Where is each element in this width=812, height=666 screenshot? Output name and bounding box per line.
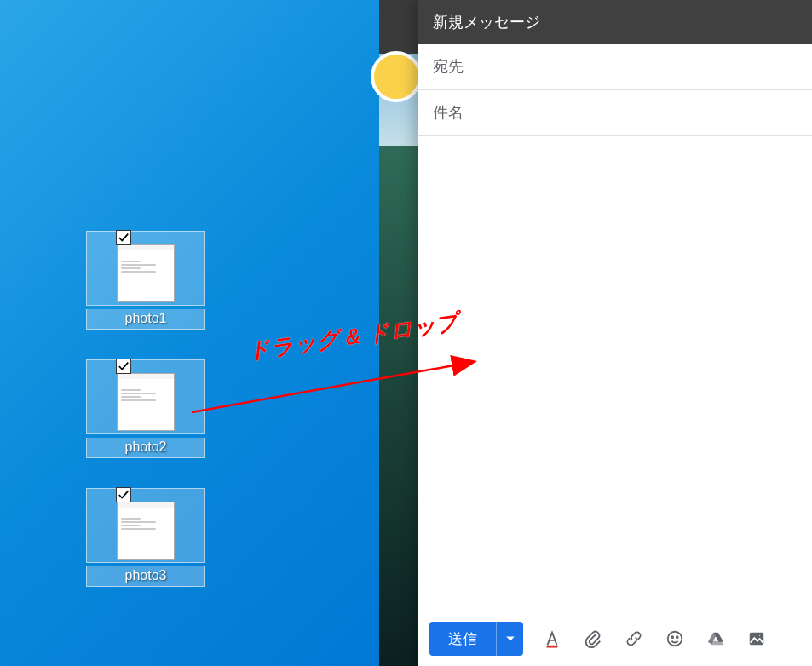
send-button[interactable]: 送信 <box>429 622 523 656</box>
insert-image-icon[interactable] <box>745 627 769 651</box>
insert-emoji-icon[interactable] <box>663 627 687 651</box>
file-thumbnail <box>86 231 205 306</box>
svg-point-2 <box>677 636 678 638</box>
insert-drive-icon[interactable] <box>704 627 728 651</box>
compose-toolbar: 送信 <box>418 611 812 666</box>
send-options-dropdown[interactable] <box>496 622 523 656</box>
file-label: photo2 <box>86 438 205 458</box>
selection-check-icon <box>116 230 131 245</box>
file-label: photo3 <box>86 566 205 587</box>
format-text-icon[interactable] <box>540 627 564 651</box>
send-button-label: 送信 <box>429 629 496 649</box>
message-body[interactable] <box>418 136 812 611</box>
recipients-row[interactable] <box>418 44 812 90</box>
file-thumbnail <box>86 488 205 563</box>
attach-file-icon[interactable] <box>581 627 605 651</box>
to-field[interactable] <box>433 58 797 76</box>
insert-link-icon[interactable] <box>622 627 646 651</box>
selection-check-icon <box>116 487 131 502</box>
compose-title[interactable]: 新規メッセージ <box>418 0 812 44</box>
avatar <box>371 51 422 102</box>
file-photo2[interactable]: photo2 <box>86 359 205 458</box>
file-photo3[interactable]: photo3 <box>86 488 205 587</box>
subject-row[interactable] <box>418 90 812 136</box>
subject-field[interactable] <box>433 104 797 122</box>
svg-rect-3 <box>750 633 764 646</box>
file-thumbnail <box>86 359 205 434</box>
selection-check-icon <box>116 359 131 374</box>
svg-point-0 <box>668 632 682 646</box>
svg-point-4 <box>758 634 761 637</box>
compose-window: 新規メッセージ 送信 <box>418 0 812 666</box>
svg-point-1 <box>671 636 673 638</box>
file-label: photo1 <box>86 309 205 330</box>
file-photo1[interactable]: photo1 <box>86 231 205 330</box>
